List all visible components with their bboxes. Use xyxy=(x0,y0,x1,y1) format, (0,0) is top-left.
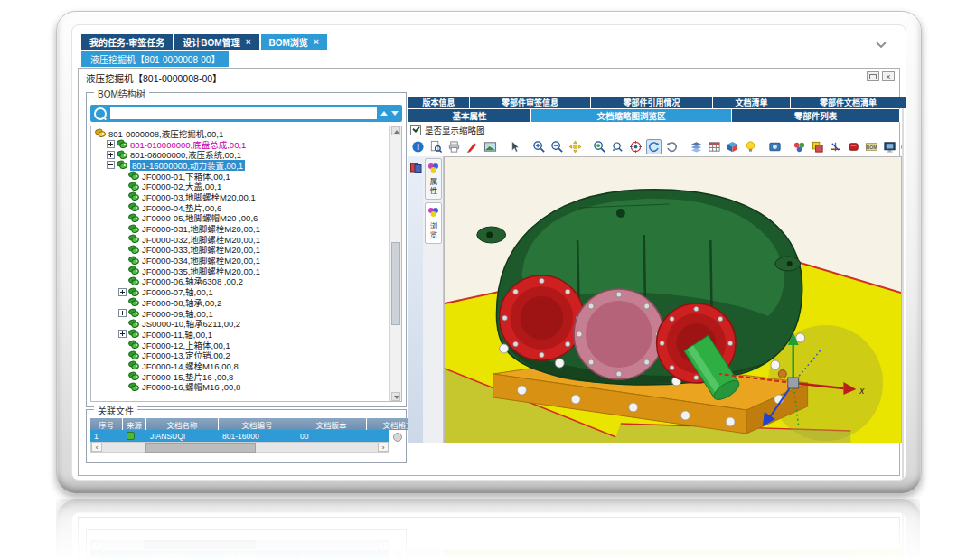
viewer-panel-icon[interactable] xyxy=(410,161,422,172)
scroll-thumb[interactable] xyxy=(391,242,400,325)
document-tab[interactable]: 液压挖掘机【801-0000008-00】 xyxy=(81,51,229,67)
search-icon xyxy=(94,107,107,120)
search-input[interactable] xyxy=(110,107,377,119)
viewer-canvas[interactable]: x xyxy=(444,156,902,443)
tree-item-label: JF0000-08,轴承,00,2 xyxy=(142,297,221,308)
zoom-window-icon[interactable] xyxy=(592,139,607,154)
tab-close-icon[interactable]: × xyxy=(246,38,251,47)
tree-item[interactable]: JF0000-031,地脚螺栓M20,00,1 xyxy=(92,223,389,234)
tree-item[interactable]: JF0000-09,轴,00,1 xyxy=(92,308,389,319)
files-hscrollbar[interactable]: ‹ › xyxy=(90,442,389,453)
detail-tab-1[interactable]: 零部件审签信息 xyxy=(470,97,591,108)
expand-icon[interactable] xyxy=(118,330,127,338)
svg-text:i: i xyxy=(417,142,419,151)
print-preview-icon[interactable] xyxy=(428,139,444,154)
tree-item[interactable]: JF0000-07,轴,00,1 xyxy=(92,286,389,297)
tree-item[interactable]: JF0000-05,地脚螺帽M20 ,00,6 xyxy=(92,213,389,224)
detail-tab-4[interactable]: 零部件文档清单 xyxy=(791,97,906,108)
files-scroll-knob[interactable] xyxy=(393,433,402,442)
axes-icon[interactable] xyxy=(828,139,843,154)
explode-icon[interactable] xyxy=(792,139,807,154)
snapshot-icon[interactable] xyxy=(767,139,783,154)
detail-tab-0[interactable]: 版本信息 xyxy=(408,97,470,108)
zoom-fit-icon[interactable] xyxy=(568,139,583,154)
top-tab-0[interactable]: 我的任务-审签任务 xyxy=(81,34,173,50)
top-tab-1[interactable]: 设计BOM管理× xyxy=(174,34,258,50)
clipped-icon[interactable] xyxy=(900,139,902,154)
markup-icon[interactable] xyxy=(810,139,825,154)
tree-item[interactable]: JF0000-16,螺帽M16 ,00,8 xyxy=(92,382,389,393)
tree-item[interactable]: JF0000-01,下箱体,00,1 xyxy=(92,171,389,182)
tree-item[interactable]: JF0000-15,垫片16 ,00,8 xyxy=(92,371,389,382)
info-icon[interactable]: i xyxy=(410,139,426,154)
tree-item-label: JF0000-12,上箱体,00,1 xyxy=(142,340,230,350)
expand-icon[interactable] xyxy=(118,309,127,317)
rotate-free-icon[interactable] xyxy=(664,139,680,154)
tree-item[interactable]: JF0000-14,螺栓M16,00,8 xyxy=(92,360,389,371)
tree-item[interactable]: JF0000-03,地脚螺栓M20,00,1 xyxy=(92,191,389,202)
tree-item[interactable]: JF0000-02,大盖,00,1 xyxy=(92,181,389,191)
tab-close-icon[interactable]: × xyxy=(314,38,319,47)
hscroll-thumb[interactable] xyxy=(145,443,256,453)
tree-item[interactable]: JF0000-04,垫片,00,6 xyxy=(92,202,389,213)
top-tab-2[interactable]: BOM浏览× xyxy=(261,34,327,50)
close-icon[interactable]: × xyxy=(882,71,895,81)
expand-icon[interactable] xyxy=(107,151,115,159)
image-edit-icon[interactable] xyxy=(483,139,498,154)
layers-icon[interactable] xyxy=(689,139,704,154)
tree-item[interactable]: 801-16000000,动力装置,00,1 xyxy=(92,160,389,171)
table-grid-icon[interactable] xyxy=(707,139,722,154)
tree-item-label: JF0000-06,轴承6308 ,00,2 xyxy=(142,276,243,287)
scroll-right-icon[interactable]: › xyxy=(378,443,389,452)
zoom-dynamic-icon[interactable] xyxy=(610,139,625,154)
file-col-header: 文档编号 xyxy=(219,418,296,430)
tree-item[interactable]: JF0000-12,上箱体,00,1 xyxy=(92,340,389,350)
tree-item[interactable]: JF0000-032,地脚螺栓M20,00,1 xyxy=(92,234,389,245)
collapse-icon[interactable] xyxy=(107,161,115,169)
expand-icon[interactable] xyxy=(107,140,115,148)
search-next-icon[interactable] xyxy=(391,111,399,116)
detail-subtab-1[interactable]: 文档缩略图浏览区 xyxy=(531,109,732,122)
tree-item[interactable]: JF0000-13,定位销,00,2 xyxy=(92,350,389,360)
tree-item[interactable]: JS0000-10,轴承6211,00,2 xyxy=(92,318,389,329)
tree-item[interactable]: JF0000-11,轴,00,1 xyxy=(92,329,389,340)
expand-icon[interactable] xyxy=(118,288,127,296)
tree-item-label: JF0000-02,大盖,00,1 xyxy=(142,181,221,191)
tree-item[interactable]: 801-010000000,底盘总成,00,1 xyxy=(92,139,389,150)
tree-item[interactable]: 801-0000008,液压挖掘机,00,1 xyxy=(92,128,389,139)
zoom-out-icon[interactable] xyxy=(549,139,565,154)
tree-item[interactable]: JF0000-033,地脚螺栓M20,00,1 xyxy=(92,245,389,256)
search-prev-icon[interactable] xyxy=(380,111,388,116)
table-row[interactable]: 1JIANSUQI801-1600000 xyxy=(90,430,389,442)
orbit-target-icon[interactable] xyxy=(628,139,643,154)
print-icon[interactable] xyxy=(446,139,462,154)
scroll-up-icon[interactable] xyxy=(391,126,400,135)
detail-tab-3[interactable]: 文档清单 xyxy=(713,97,791,108)
collapse-chevron-icon[interactable] xyxy=(875,37,887,46)
scroll-down-icon[interactable] xyxy=(391,392,400,401)
tree-item[interactable]: JF0000-08,轴承,00,2 xyxy=(92,297,389,308)
thumbnail-checkbox[interactable] xyxy=(410,125,421,135)
assembly-cube-icon[interactable] xyxy=(725,139,740,154)
restore-icon[interactable] xyxy=(867,71,879,81)
viewer-side-tab-2[interactable]: 浏览 xyxy=(425,202,442,244)
tree-item[interactable]: JF0000-034,地脚螺栓M20,00,1 xyxy=(92,255,389,266)
detail-subtab-0[interactable]: 基本属性 xyxy=(408,109,531,122)
detail-tab-2[interactable]: 零部件引用情况 xyxy=(591,97,713,108)
detail-subtab-2[interactable]: 零部件列表 xyxy=(732,109,900,122)
screen-icon[interactable] xyxy=(882,139,897,154)
solid-render-icon[interactable] xyxy=(846,139,861,154)
select-cursor-icon[interactable] xyxy=(507,139,522,154)
bom-icon[interactable]: BOM xyxy=(864,139,879,154)
tree-item[interactable]: JF0000-06,轴承6308 ,00,2 xyxy=(92,276,389,287)
tree-item[interactable]: 801-08000000,液压系统,00,1 xyxy=(92,149,389,160)
rotate-icon[interactable] xyxy=(646,139,662,154)
viewer-side-tab-1[interactable]: 属性 xyxy=(425,158,442,200)
part-link-icon xyxy=(128,234,139,244)
scroll-left-icon[interactable]: ‹ xyxy=(91,443,102,452)
annotate-icon[interactable] xyxy=(465,139,480,154)
tree-item[interactable]: JF0000-035,地脚螺栓M20,00,1 xyxy=(92,266,389,276)
light-icon[interactable] xyxy=(743,139,758,154)
zoom-in-icon[interactable] xyxy=(531,139,547,154)
tree-scrollbar[interactable] xyxy=(389,126,401,401)
